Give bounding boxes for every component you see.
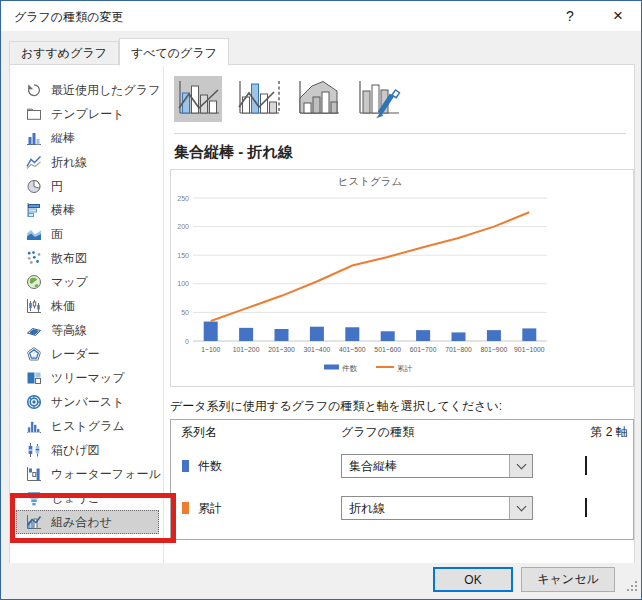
chart-type-sidebar: 最近使用したグラフテンプレート縦棒折れ線円横棒面散布図マップ株価等高線レーダーツ… (10, 65, 164, 564)
sidebar-item-radar[interactable]: レーダー (10, 342, 163, 366)
tab-all[interactable]: すべてのグラフ (119, 38, 229, 66)
sidebar-item-combo[interactable]: 組み合わせ (16, 510, 159, 534)
clustered-column-line-icon (174, 77, 222, 121)
sidebar-item-label: サンバースト (51, 394, 124, 411)
subtype-heading: 集合縦棒 - 折れ線 (174, 143, 634, 162)
area-chart-icon (26, 226, 42, 242)
close-button[interactable]: × (601, 3, 635, 29)
histogram-chart-icon (26, 418, 42, 434)
svg-text:50: 50 (181, 309, 189, 316)
series-color-swatch (182, 502, 189, 514)
sidebar-item-boxwhisker[interactable]: 箱ひげ図 (10, 438, 163, 462)
footer-bar: OK キャンセル (1, 563, 641, 599)
sidebar-item-line[interactable]: 折れ線 (10, 150, 163, 174)
custom-combination-icon (354, 77, 402, 121)
sidebar-item-label: ウォーターフォール (51, 466, 161, 483)
sidebar-item-label: 円 (51, 178, 63, 195)
svg-text:0: 0 (185, 338, 189, 345)
legend-bar-series: 件数 (342, 364, 358, 373)
dialog-content: 最近使用したグラフテンプレート縦棒折れ線円横棒面散布図マップ株価等高線レーダーツ… (9, 64, 635, 565)
series-name: 累計 (198, 500, 222, 517)
sidebar-item-histogram[interactable]: ヒストグラム (10, 414, 163, 438)
sidebar-item-label: 横棒 (51, 202, 75, 219)
preview-chart-svg: 050100150200250ヒストグラム1~100101~200201~300… (171, 170, 633, 386)
sidebar-item-sunburst[interactable]: サンバースト (10, 390, 163, 414)
sidebar-item-treemap[interactable]: ツリーマップ (10, 366, 163, 390)
resize-grip-icon[interactable] (626, 578, 638, 596)
combo-thumbnail-custom-combination[interactable] (354, 76, 402, 122)
change-chart-type-dialog: グラフの種類の変更 ? × おすすめグラフすべてのグラフ 最近使用したグラフテン… (0, 0, 642, 600)
sidebar-item-label: じょうご (51, 490, 100, 507)
sidebar-item-label: 箱ひげ図 (51, 442, 100, 459)
legend-line-series: 累計 (397, 364, 413, 373)
sidebar-item-label: 縦棒 (51, 130, 75, 147)
treemap-chart-icon (26, 370, 42, 386)
map-chart-icon (26, 274, 42, 290)
help-button[interactable]: ? (553, 3, 587, 29)
sidebar-item-template[interactable]: テンプレート (10, 102, 163, 126)
cancel-button[interactable]: キャンセル (521, 567, 615, 592)
series-name: 件数 (198, 458, 222, 475)
clustered-column-line-secondary-axis-icon (234, 77, 282, 121)
sidebar-item-label: 面 (51, 226, 63, 243)
stock-chart-icon (26, 298, 42, 314)
title-bar[interactable]: グラフの種類の変更 ? × (1, 1, 641, 31)
scatter-chart-icon (26, 250, 42, 266)
chart-type-value: 折れ線 (349, 500, 385, 517)
secondary-axis-checkbox[interactable] (585, 498, 587, 517)
svg-text:1~100: 1~100 (201, 346, 220, 353)
combo-thumbnail-clustered-column-line[interactable] (174, 76, 222, 122)
combo-subtype-thumbnails (174, 76, 634, 122)
bar-chart-icon (26, 202, 42, 218)
svg-text:801~900: 801~900 (481, 346, 508, 353)
template-icon (26, 106, 42, 122)
sidebar-item-label: マップ (51, 274, 88, 291)
sidebar-item-funnel[interactable]: じょうご (10, 486, 163, 510)
sidebar-item-surface[interactable]: 等高線 (10, 318, 163, 342)
sidebar-item-column[interactable]: 縦棒 (10, 126, 163, 150)
sidebar-item-area[interactable]: 面 (10, 222, 163, 246)
sidebar-item-label: 折れ線 (51, 154, 87, 171)
svg-text:200: 200 (177, 223, 189, 230)
sunburst-chart-icon (26, 394, 42, 410)
series-row-1: 件数集合縦棒 (171, 445, 633, 487)
sidebar-item-label: ヒストグラム (51, 418, 125, 435)
thumbnail-separator (174, 133, 626, 134)
combo-chart-icon (26, 514, 42, 530)
sidebar-item-waterfall[interactable]: ウォーターフォール (10, 462, 163, 486)
recent-chart-icon (26, 82, 42, 98)
ok-button[interactable]: OK (433, 567, 513, 592)
sidebar-item-stock[interactable]: 株価 (10, 294, 163, 318)
sidebar-item-scatter[interactable]: 散布図 (10, 246, 163, 270)
chart-type-select[interactable]: 折れ線 (341, 496, 533, 520)
col-header-secondary-axis: 第 2 軸 (585, 424, 633, 441)
sidebar-item-label: ツリーマップ (51, 370, 124, 387)
sidebar-item-bar[interactable]: 横棒 (10, 198, 163, 222)
sidebar-item-label: 最近使用したグラフ (51, 82, 160, 99)
secondary-axis-checkbox[interactable] (585, 456, 587, 475)
chevron-down-icon[interactable] (509, 497, 532, 519)
waterfall-chart-icon (26, 466, 42, 482)
funnel-chart-icon (26, 490, 42, 506)
sidebar-item-recent[interactable]: 最近使用したグラフ (10, 78, 163, 102)
combo-thumbnail-clustered-column-line-secondary-axis[interactable] (234, 76, 282, 122)
sidebar-item-label: 組み合わせ (51, 514, 112, 531)
chart-type-select[interactable]: 集合縦棒 (341, 454, 533, 478)
dialog-title: グラフの種類の変更 (14, 9, 123, 26)
combo-thumbnail-stacked-area-clustered-column[interactable] (294, 76, 342, 122)
radar-chart-icon (26, 346, 42, 362)
chart-preview: 050100150200250ヒストグラム1~100101~200201~300… (170, 169, 634, 387)
sidebar-item-label: 散布図 (51, 250, 87, 267)
col-header-chart-type: グラフの種類 (341, 424, 585, 441)
line-chart-icon (26, 154, 42, 170)
svg-text:301~400: 301~400 (304, 346, 331, 353)
svg-text:901~1000: 901~1000 (514, 346, 545, 353)
sidebar-item-map[interactable]: マップ (10, 270, 163, 294)
tab-strip: おすすめグラフすべてのグラフ (1, 31, 641, 65)
svg-text:501~600: 501~600 (374, 346, 401, 353)
series-color-swatch (182, 460, 189, 472)
chevron-down-icon[interactable] (509, 455, 532, 477)
sidebar-item-pie[interactable]: 円 (10, 174, 163, 198)
svg-text:601~700: 601~700 (410, 346, 437, 353)
tab-recommended[interactable]: おすすめグラフ (9, 41, 119, 65)
